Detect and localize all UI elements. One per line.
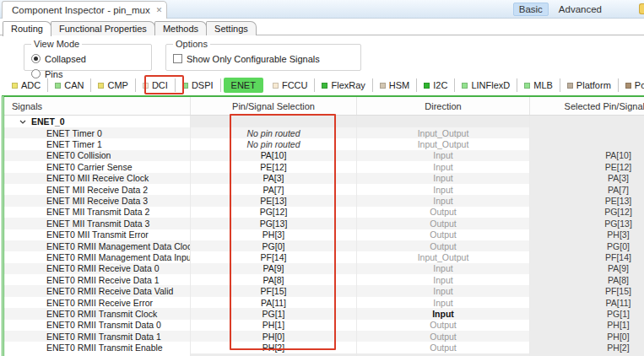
table-row[interactable]: ENET0 RMII Transmit Data 1PH[0]OutputPH[… [4, 331, 644, 342]
tab-settings[interactable]: Settings [206, 21, 257, 35]
pin-selection-cell[interactable]: PH[2] [191, 342, 357, 353]
table-row[interactable]: ENET0 MII Receive ClockPA[3]InputPA[3] [4, 173, 644, 184]
peripheral-tab-cmp[interactable]: CMP [91, 78, 135, 92]
mode-advanced-button[interactable]: Advanced [557, 3, 603, 15]
signal-name-cell: ENET0 RMII Transmit Data 0 [4, 320, 191, 331]
signal-name-cell: ENET MII Receive Data 2 [4, 184, 191, 195]
table-row[interactable]: ENET0 CollisionPA[10]InputPA[10] [4, 150, 644, 161]
table-row[interactable]: ENET0 RMII Transmit ClockPG[1]InputPG[1] [4, 308, 644, 319]
pin-selection-cell[interactable]: PG[12] [191, 207, 357, 218]
table-row[interactable]: ENET0 RMII Receive Data ValidPF[15]Input… [4, 285, 644, 296]
pin-selection-cell[interactable]: PH[1] [191, 320, 357, 331]
direction-cell: Input [357, 285, 530, 296]
signals-table: Signals Pin/Signal Selection Direction S… [2, 95, 644, 356]
pin-selection-cell[interactable]: PG[1] [191, 308, 357, 319]
direction-cell: Input [357, 195, 530, 206]
pin-selection-cell[interactable]: PA[10] [191, 150, 357, 161]
peripheral-tab-fccu[interactable]: FCCU [266, 78, 316, 92]
table-row[interactable]: ENET Timer 0No pin routedInput_Output [4, 127, 644, 138]
tab-functional-properties[interactable]: Functional Properties [51, 21, 155, 35]
radio-collapsed[interactable]: Collapsed [31, 54, 86, 64]
direction-cell: Input [357, 173, 530, 184]
peripheral-tab-flexray[interactable]: FlexRay [315, 78, 372, 92]
direction-cell: Input [357, 308, 530, 319]
selected-pin-cell: PA[7] [530, 184, 644, 195]
selected-pin-cell: PA[9] [530, 263, 644, 274]
peripheral-tab-dspi[interactable]: DSPI [176, 78, 221, 92]
signal-name-cell: ENET Timer 0 [4, 127, 191, 138]
pin-selection-cell[interactable]: PG[13] [191, 218, 357, 229]
table-row[interactable]: ENET0 RMII Receive ErrorPA[11]InputPA[11… [4, 297, 644, 308]
table-row[interactable]: ENET0 RMII Management Data ClockPG[0]Out… [4, 240, 644, 251]
peripheral-tab-can[interactable]: CAN [48, 78, 91, 92]
pin-selection-cell[interactable]: PA[9] [191, 263, 357, 274]
peripheral-tab-dci[interactable]: DCI [136, 78, 176, 92]
signal-name-cell: ENET0 RMII Transmit Data 1 [4, 331, 191, 342]
peripheral-tab-mlb[interactable]: MLB [517, 78, 560, 92]
peripheral-tab-powerandground[interactable]: PowerAndGround [619, 78, 644, 92]
table-row[interactable]: ENET0 Carrier SensePE[12]InputPE[12] [4, 161, 644, 172]
direction-cell: Output [357, 229, 530, 240]
peripheral-tab-label: ADC [21, 80, 41, 90]
pin-selection-cell[interactable]: PE[12] [191, 161, 357, 172]
direction-cell: Output [357, 240, 530, 251]
close-icon[interactable]: ✕ [156, 6, 163, 14]
table-row[interactable]: ENET0 RMII Management Data Input/OutputP… [4, 251, 644, 262]
pin-selection-cell[interactable]: PH[3] [191, 229, 357, 240]
signal-name-cell: ENET0 MII Receive Clock [4, 173, 191, 184]
pin-selection-cell[interactable]: PA[8] [191, 274, 357, 285]
pin-selection-cell[interactable]: PE[13] [191, 195, 357, 206]
pin-selection-cell[interactable]: PH[0] [191, 331, 357, 342]
pin-selection-cell[interactable]: PA[11] [191, 297, 357, 308]
selected-pin-cell: PA[3] [530, 173, 644, 184]
pin-selection-cell[interactable]: PF[15] [191, 285, 357, 296]
show-only-configurable-checkbox[interactable]: Show Only Configurable Signals [173, 54, 320, 64]
pin-selection-cell[interactable]: PG[0] [191, 240, 357, 251]
peripheral-tab-adc[interactable]: ADC [5, 78, 48, 92]
table-row[interactable]: ENET MII Transmit Data 2PG[12]OutputPG[1… [4, 207, 644, 218]
table-row[interactable]: ENET MII Transmit Data 3PG[13]OutputPG[1… [4, 218, 644, 229]
table-row[interactable]: ENET0 RMII Receive Data 1PA[8]InputPA[8] [4, 274, 644, 285]
tab-methods[interactable]: Methods [154, 21, 207, 35]
peripheral-tab-label: ENET [231, 80, 256, 90]
pin-selection-cell[interactable]: PA[7] [191, 184, 357, 195]
column-header-selected-pin-signal-name[interactable]: Selected Pin/Signal Name [530, 97, 644, 115]
table-row[interactable]: ENET MII Receive Data 2PA[7]InputPA[7] [4, 184, 644, 195]
chevron-down-icon[interactable] [19, 120, 26, 124]
peripheral-tab-hsm[interactable]: HSM [373, 78, 417, 92]
table-row[interactable]: ENET MII Receive Data 3PE[13]InputPE[13] [4, 195, 644, 206]
peripheral-tab-enet[interactable]: ENET [224, 78, 263, 93]
direction-cell: Input [357, 297, 530, 308]
peripheral-tab-i2c[interactable]: I2C [417, 78, 455, 92]
table-row[interactable]: ENET0 RMII Receive Data 0PA[9]InputPA[9] [4, 263, 644, 274]
signal-name-cell: ENET Timer 1 [4, 138, 191, 149]
pin-selection-cell[interactable]: No pin routed [191, 138, 357, 149]
radio-collapsed-label: Collapsed [45, 54, 86, 64]
table-row[interactable]: ENET0 RMII Transmit EnablePH[2]OutputPH[… [4, 342, 644, 353]
pin-selection-cell[interactable]: No pin routed [191, 127, 357, 138]
table-row[interactable]: ENET0 MII Transmit ErrorPH[3]OutputPH[3] [4, 229, 644, 240]
peripheral-tab-label: LINFlexD [471, 80, 510, 90]
pin-selection-cell[interactable]: PF[14] [191, 251, 357, 262]
selected-pin-cell: PA[8] [530, 274, 644, 285]
peripheral-tab-linflexd[interactable]: LINFlexD [455, 78, 517, 92]
table-row[interactable]: ENET0 RMII Transmit Data 0PH[1]OutputPH[… [4, 320, 644, 331]
view-tab-component-inspector[interactable]: Component Inspector - pin_mux ✕ [2, 1, 167, 19]
tab-routing[interactable]: Routing [3, 21, 51, 36]
peripheral-tab-platform[interactable]: Platform [560, 78, 619, 92]
peripheral-tab-label: FlexRay [331, 80, 365, 90]
signal-name-cell: ENET0 RMII Transmit Enable [4, 342, 191, 353]
checkbox-icon[interactable] [173, 54, 182, 63]
column-header-direction[interactable]: Direction [357, 97, 530, 115]
selected-pin-cell: PG[1] [530, 308, 644, 319]
peripheral-color-swatch [625, 83, 631, 89]
column-header-signals[interactable]: Signals [4, 97, 191, 115]
mode-basic-button[interactable]: Basic [513, 3, 549, 16]
pin-selection-cell[interactable]: PA[3] [191, 173, 357, 184]
peripheral-tab-label: DCI [152, 80, 168, 90]
table-row[interactable]: ENET Timer 1No pin routedInput_Output [4, 138, 644, 149]
radio-collapsed-icon[interactable] [31, 54, 41, 63]
direction-cell: Input [357, 150, 530, 161]
group-row-enet0[interactable]: ENET_0 [4, 116, 644, 127]
column-header-pin-signal-selection[interactable]: Pin/Signal Selection [191, 97, 357, 115]
